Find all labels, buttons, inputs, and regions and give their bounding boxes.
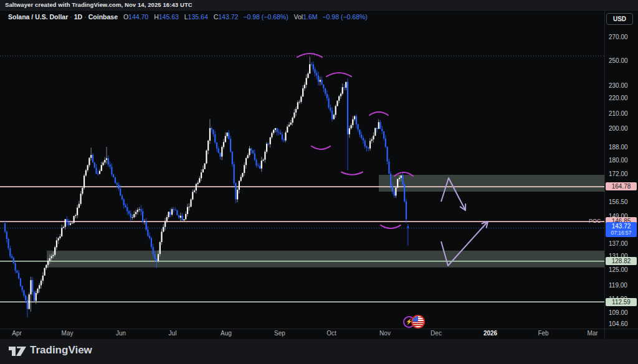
price-tick-109.00: 109.00 — [609, 309, 637, 316]
high-label: H — [154, 13, 159, 21]
annotation-arc-5[interactable] — [341, 172, 363, 175]
volume-label: Vol — [294, 13, 303, 21]
demand-zone — [47, 251, 604, 268]
price-tick-210.00: 210.00 — [609, 110, 637, 117]
price-badge-128.82: 128.82 — [606, 257, 637, 265]
change-value: −0.98 (−0.68%) — [243, 13, 288, 21]
price-tick-180.00: 180.00 — [609, 157, 637, 164]
annotation-arc-4[interactable] — [312, 146, 330, 149]
symbol-header: Solana / U.S. Dollar·1D·Coinbase O144.70… — [8, 13, 368, 21]
price-axis-border — [604, 10, 605, 339]
topbar-divider — [0, 10, 638, 11]
time-axis-border — [0, 329, 638, 329]
countdown-timer: 07:16:57 — [606, 230, 637, 236]
time-tick-Oct: Oct — [320, 330, 343, 337]
price-badge-112.59: 112.59 — [606, 298, 637, 306]
branding-footer: TradingView — [0, 339, 638, 364]
open-value: 144.70 — [128, 13, 148, 21]
close-value: 143.72 — [218, 13, 238, 21]
price-tick-137.00: 137.00 — [609, 240, 637, 247]
price-tick-172.00: 172.00 — [609, 170, 637, 177]
price-tick-250.00: 250.00 — [609, 57, 637, 64]
open-label: O — [123, 13, 128, 21]
tradingview-logo-text[interactable]: TradingView — [30, 344, 92, 357]
annotation-arc-6[interactable] — [381, 225, 401, 228]
price-tick-270.00: 270.00 — [609, 34, 637, 40]
time-tick-Mar: Mar — [581, 330, 604, 337]
interval-label[interactable]: 1D — [74, 13, 82, 21]
annotation-arc-0[interactable] — [297, 54, 322, 57]
price-tick-104.60: 104.60 — [609, 320, 637, 327]
annotation-arc-2[interactable] — [369, 112, 388, 115]
price-tick-200.00: 200.00 — [609, 125, 637, 132]
supply-zone — [379, 175, 604, 192]
time-tick-Sep: Sep — [269, 330, 291, 337]
price-tick-188.00: 188.00 — [609, 144, 637, 151]
price-tick-230.00: 230.00 — [609, 82, 637, 89]
high-value: 145.63 — [159, 13, 179, 21]
currency-toggle-button[interactable]: USD — [606, 13, 633, 25]
us-flag-canton — [412, 316, 418, 322]
time-tick-Dec: Dec — [425, 330, 447, 337]
price-tick-125.00: 125.00 — [609, 266, 637, 273]
poc-line-label: POC - — [583, 218, 604, 224]
price-tick-119.00: 119.00 — [609, 282, 637, 289]
low-value: 135.64 — [188, 13, 208, 21]
symbol-name[interactable]: Solana / U.S. Dollar — [8, 13, 68, 21]
attribution-bar: Saltwayer created with TradingView.com, … — [0, 0, 638, 10]
exchange-label: Coinbase — [88, 13, 118, 21]
tradingview-logo-icon[interactable] — [9, 345, 27, 358]
price-tick-220.00: 220.00 — [609, 95, 637, 101]
time-tick-Nov: Nov — [374, 330, 396, 337]
time-tick-Feb: Feb — [532, 330, 555, 337]
time-tick-May: May — [56, 330, 79, 337]
price-badge-164.78: 164.78 — [606, 182, 637, 190]
time-tick-Jun: Jun — [110, 330, 132, 337]
annotation-arc-1[interactable] — [326, 73, 351, 77]
volume-change-value: −0.98 (−0.68%) — [322, 13, 367, 21]
price-tick-156.50: 156.50 — [609, 198, 637, 205]
time-tick-Apr: Apr — [6, 330, 28, 337]
time-tick-2026: 2026 — [479, 330, 502, 337]
time-tick-Aug: Aug — [215, 330, 237, 337]
tradingview-snapshot: Saltwayer created with TradingView.com, … — [0, 0, 638, 364]
candlestick-chart[interactable] — [0, 0, 638, 364]
volume-value: 1.6M — [303, 13, 317, 21]
price-badge-143.72: 143.7207:16:57 — [606, 222, 637, 237]
us-economic-event-icon[interactable] — [411, 315, 425, 329]
attribution-text: Saltwayer created with TradingView.com, … — [5, 1, 193, 8]
time-tick-Jul: Jul — [161, 330, 184, 337]
